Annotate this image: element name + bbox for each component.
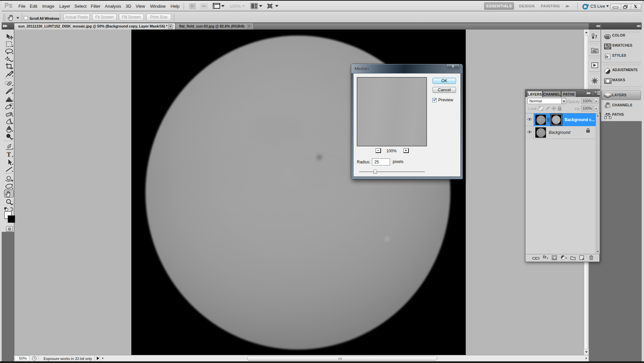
svg-text:fx: fx — [605, 55, 608, 59]
svg-text:Mb: Mb — [593, 50, 596, 52]
svg-text:T: T — [7, 151, 11, 158]
